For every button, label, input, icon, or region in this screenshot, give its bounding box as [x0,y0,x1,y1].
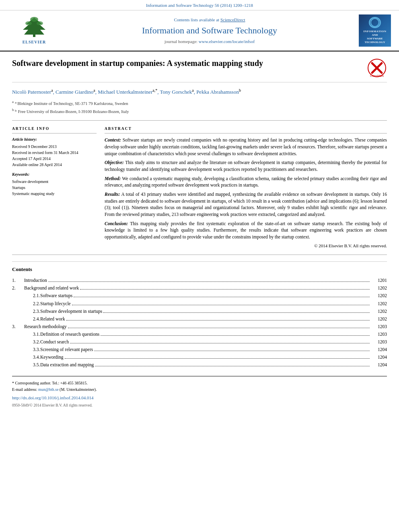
conclusion-label: Conclusion: [105,221,128,226]
svg-text:CrossMark: CrossMark [370,74,384,77]
affiliation-b: b ᵇ Free University of Bolzano-Bozen, I-… [12,107,387,115]
logo-text-line4: TECHNOLOGY [365,41,385,44]
contents-section: Contents 1. Introduction 1201 2. Backgro… [12,261,387,368]
logo-circle-icon [369,17,381,28]
science-direct-link[interactable]: ScienceDirect [220,17,245,22]
toc-item-2-2: 2.2. Startup lifecycle 1202 [12,300,387,307]
affiliation-a: a ᵃ Blekinge Institute of Technology, SE… [12,99,387,107]
toc-page-2-3: 1202 [371,308,387,314]
toc-subnum-3-1: 3.1. [24,331,40,337]
issn-line: 0950-5849/© 2014 Elsevier B.V. All right… [12,403,387,408]
main-content: Software development in startup companie… [0,51,399,415]
logo-text-line3: SOFTWARE [367,37,383,41]
toc-label-3: Research methodology [24,323,371,330]
logo-text-line1: INFORMATION [363,30,386,33]
journal-homepage: journal homepage: www.elsevier.com/locat… [60,39,359,45]
toc-page-2-1: 1202 [371,292,387,299]
journal-info-center: Contents lists available at ScienceDirec… [60,17,359,45]
toc-subnum-2-1: 2.1. [24,292,40,299]
toc-page-3-3: 1204 [371,346,387,353]
toc-label-3-1: Definition of research questions [40,331,371,337]
toc-item-3-2: 3.2. Conduct search 1203 [12,339,387,345]
keyword-3: Systematic mapping study [12,191,97,197]
doi-line: http://dx.doi.org/10.1016/j.infsof.2014.… [12,395,387,401]
toc-num-3: 3. [12,323,24,330]
abstract-results: Results: A total of 43 primary studies w… [105,191,387,218]
toc-num-2-1 [12,292,24,299]
svg-point-4 [30,17,38,22]
toc-label-3-2: Conduct search [40,339,371,345]
journal-top-bar: Information and Software Technology 56 (… [0,0,399,10]
email-address[interactable]: mun@bth.se [38,387,59,392]
toc-item-2: 2. Background and related work 1202 [12,285,387,291]
history-item-1: Received 9 December 2013 [12,144,97,150]
article-info-heading: Article Info [12,126,97,134]
crossmark-icon: CrossMark [367,58,387,78]
objective-label: Objective: [105,160,124,165]
toc-label-1: Introduction [24,277,371,283]
doi-link[interactable]: http://dx.doi.org/10.1016/j.infsof.2014.… [12,395,93,400]
history-item-3: Accepted 17 April 2014 [12,156,97,162]
toc-page-2-2: 1202 [371,300,387,307]
contents-heading: Contents [12,266,387,273]
objective-text: This study aims to structure and analyze… [105,160,387,172]
method-label: Method: [105,176,121,181]
abstract-copyright: © 2014 Elsevier B.V. All rights reserved… [105,243,387,249]
toc-page-3-1: 1203 [371,331,387,337]
history-item-4: Available online 28 April 2014 [12,162,97,168]
toc-subnum-3-5: 3.5. [24,362,40,368]
article-info-abstract-section: Article Info Article history: Received 9… [12,120,387,255]
toc-subnum-2-2: 2.2. [24,300,40,307]
abstract-column: Abstract Context: Software startups are … [105,126,387,249]
abstract-context: Context: Software startups are newly cre… [105,137,387,157]
toc-label-2-3: Software development in startups [40,308,371,314]
keyword-1: Software development [12,179,97,185]
toc-page-3: 1203 [371,323,387,330]
toc-subnum-2-4: 2.4. [24,316,40,322]
journal-title: Information and Software Technology [60,25,359,37]
elsevier-header: ELSEVIER Contents lists available at Sci… [0,10,399,51]
paper-title: Software development in startup companie… [12,58,363,68]
toc-item-3-1: 3.1. Definition of research questions 12… [12,331,387,337]
elsevier-tree-icon [18,16,50,38]
article-history-label: Article history: [12,137,97,142]
footer-section: * Corresponding author. Tel.: +46 455 38… [12,376,387,408]
toc-label-2-1: Software startups [40,292,371,299]
toc-item-2-3: 2.3. Software development in startups 12… [12,308,387,314]
toc-page-3-5: 1204 [371,362,387,368]
toc-subnum-3-4: 3.4. [24,354,40,360]
toc-page-3-2: 1203 [371,339,387,345]
context-text: Software startups are newly created comp… [105,138,387,156]
abstract-method: Method: We conducted a systematic mappin… [105,175,387,189]
toc-label-3-5: Data extraction and mapping [40,362,371,368]
elsevier-logo: ELSEVIER [8,16,60,45]
toc-item-3-3: 3.3. Screening of relevant papers 1204 [12,346,387,353]
toc-label-2-4: Related work [40,316,371,322]
conclusion-text: This mapping study provides the first sy… [105,221,387,239]
journal-logo-box: INFORMATION AND SOFTWARE TECHNOLOGY [359,14,391,47]
affiliations: a ᵃ Blekinge Institute of Technology, SE… [12,99,387,115]
toc-page-1: 1201 [371,277,387,283]
abstract-objective: Objective: This study aims to structure … [105,159,387,173]
logo-text-line2: AND [372,33,378,37]
toc-item-2-1: 2.1. Software startups 1202 [12,292,387,299]
toc-item-2-4: 2.4. Related work 1202 [12,316,387,322]
toc-label-3-4: Keywording [40,354,371,360]
homepage-url[interactable]: www.elsevier.com/locate/infsof [199,39,255,44]
svg-point-3 [37,21,43,25]
abstract-conclusion: Conclusion: This mapping study provides … [105,220,387,240]
toc-subnum-3-3: 3.3. [24,346,40,353]
elsevier-brand: ELSEVIER [23,39,46,45]
science-direct-label: Contents lists available at ScienceDirec… [60,17,359,23]
method-text: We conducted a systematic mapping study,… [105,176,387,188]
toc-subnum-2-3: 2.3. [24,308,40,314]
toc-num-1: 1. [12,277,24,283]
toc-item-3: 3. Research methodology 1203 [12,323,387,330]
results-text: A total of 43 primary studies were ident… [105,192,387,217]
toc-page-2: 1202 [371,285,387,291]
toc-label-3-3: Screening of relevant papers [40,346,371,353]
keyword-2: Startups [12,185,97,191]
authors-line: Nicolò Paternostera, Carmine Giardinoa, … [12,87,387,97]
context-label: Context: [105,138,121,142]
toc-item-3-4: 3.4. Keywording 1204 [12,354,387,360]
